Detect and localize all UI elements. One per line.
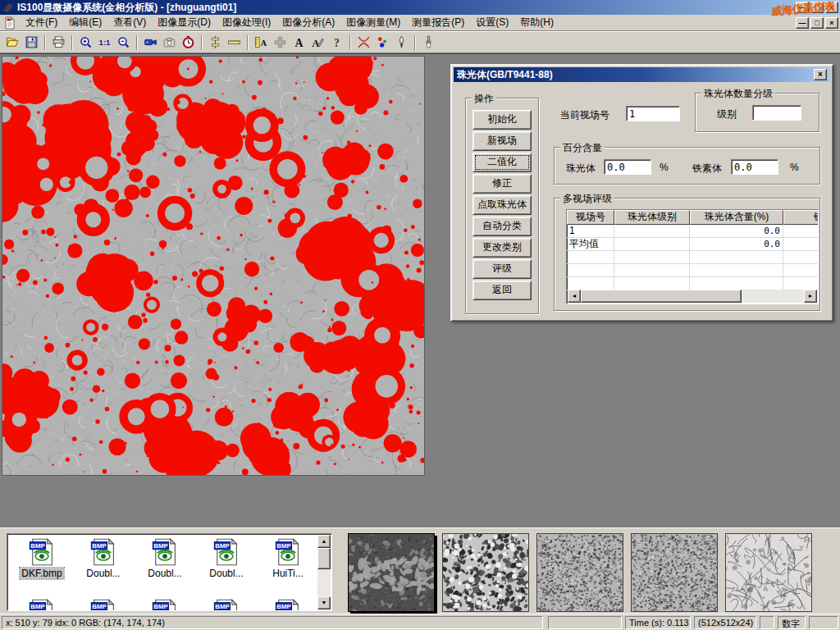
bmp-file-icon: BMP (212, 537, 241, 567)
table-row[interactable] (567, 251, 818, 264)
table-header[interactable]: 视场号 (567, 210, 614, 225)
file-item[interactable]: BMPDoubl... (135, 537, 194, 579)
calibrate-ruler-icon[interactable]: A (252, 34, 271, 52)
table-cell (690, 277, 783, 290)
menu-item[interactable]: 图像测量(M) (340, 14, 406, 31)
grade-input[interactable] (752, 105, 801, 121)
thumbnail[interactable] (536, 533, 623, 612)
file-item[interactable]: BMPDoubl... (197, 537, 256, 579)
scroll-down-icon[interactable]: ▼ (317, 596, 331, 609)
table-cell (614, 251, 690, 264)
menu-item[interactable]: 图像处理(I) (217, 14, 276, 31)
minimize-button[interactable]: — (796, 17, 809, 29)
table-row[interactable] (567, 264, 818, 277)
pearlite-percent-input[interactable] (604, 159, 651, 175)
op-button[interactable]: 点取珠光体 (472, 195, 532, 215)
main-image[interactable] (2, 56, 425, 476)
status-mode: 数字 (778, 616, 806, 629)
menu-item[interactable]: 图像显示(D) (152, 14, 217, 31)
thumbnail[interactable] (348, 533, 435, 612)
file-item[interactable]: BMP (197, 598, 256, 611)
file-item[interactable]: BMP (135, 598, 194, 611)
menu-item[interactable]: 查看(V) (107, 14, 152, 31)
text-icon[interactable]: A (290, 34, 308, 52)
restore-button[interactable]: □ (810, 17, 824, 29)
dialog-title-bar[interactable]: 珠光体(GB/T9441-88) × (454, 67, 830, 82)
thumbnail[interactable] (631, 533, 718, 612)
title-bar: IS100显微摄像系统(金相分析版) - [zhuguangti01] —□× (0, 0, 840, 15)
file-item[interactable]: BMPDoubl... (74, 537, 133, 579)
file-item[interactable]: BMPDKF.bmp (12, 537, 71, 579)
op-button[interactable]: 更改类别 (472, 238, 532, 258)
table-horizontal-scrollbar[interactable]: ◄ ► (568, 290, 817, 303)
scroll-up-icon[interactable]: ▲ (317, 535, 331, 548)
table-row[interactable]: 10.0 (567, 225, 818, 238)
grade-group-label: 珠光体数量分级 (701, 87, 775, 101)
particle-classes-icon[interactable] (373, 34, 392, 52)
table-header[interactable]: 铁素体 (783, 210, 819, 225)
thumbnail-image (726, 534, 811, 611)
current-field-input[interactable] (626, 106, 680, 121)
op-button[interactable]: 评级 (472, 259, 532, 279)
menu-item[interactable]: 编辑(E) (63, 14, 107, 31)
scrollbar-thumb[interactable] (317, 548, 331, 569)
menu-item[interactable]: 设置(S) (470, 14, 514, 31)
op-button[interactable]: 新视场 (472, 131, 532, 151)
dialog-close-icon[interactable]: × (814, 69, 827, 80)
table-header[interactable]: 珠光体含量(%) (690, 210, 783, 225)
file-item[interactable]: BMP (12, 598, 71, 611)
video-camera-icon[interactable] (141, 34, 160, 52)
table-cell (690, 251, 783, 264)
table-row[interactable]: 平均值0.0 (567, 238, 818, 251)
restore-button[interactable]: □ (810, 2, 824, 13)
menu-item[interactable]: 测量报告(P) (406, 14, 470, 31)
table-header[interactable]: 珠光体级别 (614, 210, 690, 225)
timer-icon[interactable] (179, 34, 198, 52)
op-button[interactable]: 返回 (472, 281, 532, 300)
capture-icon[interactable] (160, 34, 179, 52)
table-row[interactable] (567, 277, 818, 290)
close-button[interactable]: × (825, 2, 838, 13)
file-name: Doubl... (146, 568, 183, 579)
child-window-controls: —□× (796, 17, 840, 29)
ruler-horizontal-icon[interactable] (225, 34, 244, 52)
op-button[interactable]: 初始化 (472, 110, 532, 130)
scrollbar-thumb[interactable] (581, 290, 742, 303)
print-icon[interactable] (49, 34, 68, 52)
zoom-in-icon[interactable] (76, 34, 95, 52)
zoom-out-icon[interactable] (114, 34, 133, 52)
save-icon[interactable] (22, 34, 41, 52)
op-button[interactable]: 自动分类 (472, 217, 532, 236)
bmp-file-icon: BMP (273, 598, 303, 611)
open-icon[interactable] (3, 34, 22, 52)
menu-item[interactable]: 文件(F) (20, 14, 63, 31)
op-button[interactable]: 修正 (472, 174, 532, 194)
scrollbar-track[interactable] (742, 290, 804, 303)
help-icon[interactable]: ? (327, 34, 346, 52)
file-list-scrollbar[interactable]: ▲ ▼ (317, 535, 331, 609)
menu-item[interactable]: 帮助(H) (514, 14, 559, 31)
scroll-left-icon[interactable]: ◄ (568, 290, 581, 303)
svg-text:1:1: 1:1 (99, 38, 111, 47)
actual-size-icon[interactable]: 1:1 (95, 34, 114, 52)
close-button[interactable]: × (825, 17, 838, 29)
caliper-vertical-icon[interactable] (206, 34, 225, 52)
menu-item[interactable]: 图像分析(A) (276, 14, 340, 31)
status-time: Time (s): 0.113 (625, 616, 691, 629)
thumbnail[interactable] (725, 533, 812, 612)
minimize-button[interactable]: — (796, 2, 809, 13)
scroll-right-icon[interactable]: ► (804, 290, 817, 303)
file-item[interactable]: BMP (258, 598, 317, 611)
thumbnail[interactable] (442, 533, 529, 612)
file-item[interactable]: BMP (74, 598, 133, 611)
file-item[interactable]: BMPHuiTi... (258, 537, 317, 579)
svg-text:?: ? (334, 37, 340, 49)
annotate-icon[interactable]: A (308, 34, 327, 52)
curve-tool-icon[interactable] (354, 34, 373, 52)
brush-icon[interactable] (419, 34, 438, 52)
ferrite-percent-input[interactable] (731, 159, 778, 175)
op-button[interactable]: 二值化 (472, 153, 532, 172)
probe-icon[interactable] (392, 34, 411, 52)
bmp-file-icon: BMP (27, 537, 57, 567)
move-cross-icon[interactable] (271, 34, 290, 52)
